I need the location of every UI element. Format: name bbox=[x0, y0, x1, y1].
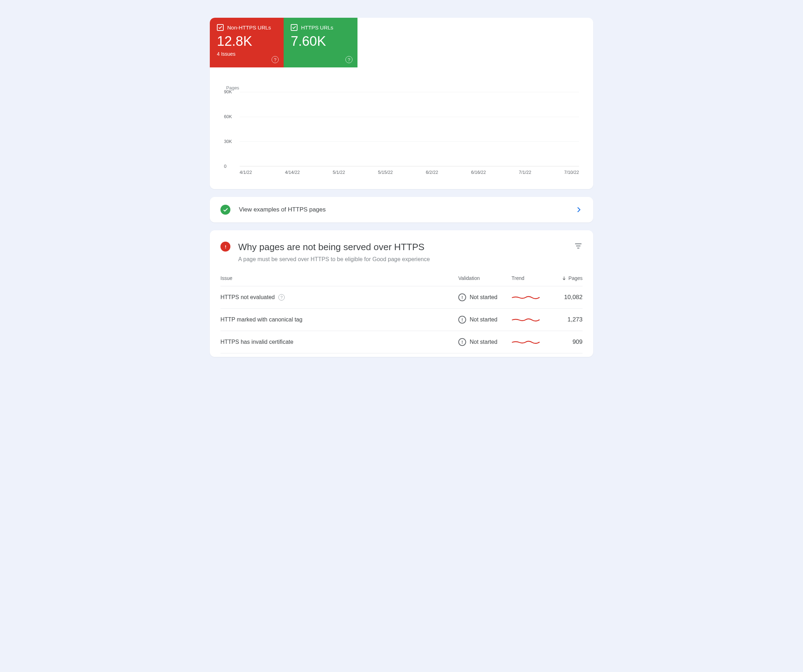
tile-non-https[interactable]: Non-HTTPS URLs 12.8K 4 Issues ? bbox=[210, 18, 284, 67]
trend-sparkline bbox=[512, 339, 540, 345]
table-row[interactable]: HTTPS has invalid certificateNot started… bbox=[221, 331, 582, 353]
x-tick-label: 7/1/22 bbox=[519, 170, 532, 175]
info-circle-icon bbox=[458, 294, 466, 301]
help-icon[interactable]: ? bbox=[271, 56, 279, 63]
view-examples-row[interactable]: View examples of HTTPS pages bbox=[210, 197, 593, 222]
col-trend[interactable]: Trend bbox=[512, 275, 551, 281]
tile-value: 7.60K bbox=[291, 34, 350, 49]
svg-rect-3 bbox=[576, 245, 580, 246]
tile-https[interactable]: HTTPS URLs 7.60K ? bbox=[284, 18, 358, 67]
issue-name: HTTP marked with canonical tag bbox=[221, 317, 302, 323]
table-row[interactable]: HTTP marked with canonical tagNot starte… bbox=[221, 309, 582, 331]
trend-sparkline bbox=[512, 294, 540, 300]
issues-title: Why pages are not being served over HTTP… bbox=[238, 242, 566, 253]
col-pages[interactable]: Pages bbox=[551, 275, 582, 281]
svg-rect-4 bbox=[577, 248, 579, 248]
validation-status: Not started bbox=[470, 317, 497, 323]
pages-count: 909 bbox=[551, 338, 582, 346]
arrow-down-icon bbox=[562, 276, 567, 281]
info-circle-icon bbox=[458, 338, 466, 346]
tile-label: HTTPS URLs bbox=[301, 24, 333, 31]
chart-y-title: Pages bbox=[226, 85, 579, 91]
table-row[interactable]: HTTPS not evaluated?Not started10,082 bbox=[221, 286, 582, 309]
svg-rect-1 bbox=[225, 245, 226, 247]
validation-status: Not started bbox=[470, 294, 497, 300]
y-tick-label: 60K bbox=[224, 114, 232, 119]
stat-tiles: Non-HTTPS URLs 12.8K 4 Issues ? HTTPS UR… bbox=[210, 18, 593, 67]
help-icon[interactable]: ? bbox=[345, 56, 353, 63]
chevron-right-icon bbox=[575, 206, 582, 214]
pages-count: 1,273 bbox=[551, 316, 582, 323]
pages-chart: Pages 030K60K90K 4/1/224/14/225/1/225/15… bbox=[210, 67, 593, 189]
overview-card: Non-HTTPS URLs 12.8K 4 Issues ? HTTPS UR… bbox=[210, 18, 593, 189]
x-tick-label: 5/1/22 bbox=[333, 170, 345, 175]
help-icon[interactable]: ? bbox=[278, 294, 285, 300]
validation-status: Not started bbox=[470, 339, 497, 345]
issues-subtitle: A page must be served over HTTPS to be e… bbox=[238, 256, 566, 263]
issues-card: Why pages are not being served over HTTP… bbox=[210, 230, 593, 357]
tile-issues: 4 Issues bbox=[217, 51, 276, 57]
tile-value: 12.8K bbox=[217, 34, 276, 49]
checkbox-icon bbox=[291, 24, 297, 31]
x-tick-label: 4/1/22 bbox=[240, 170, 252, 175]
col-issue[interactable]: Issue bbox=[221, 275, 458, 281]
x-tick-label: 5/15/22 bbox=[378, 170, 393, 175]
chart-x-axis: 4/1/224/14/225/1/225/15/226/2/226/16/227… bbox=[240, 166, 579, 175]
y-tick-label: 30K bbox=[224, 139, 232, 144]
x-tick-label: 4/14/22 bbox=[285, 170, 300, 175]
filter-icon[interactable] bbox=[574, 242, 582, 250]
x-tick-label: 6/16/22 bbox=[471, 170, 486, 175]
y-tick-label: 0 bbox=[224, 164, 226, 169]
alert-circle-icon bbox=[221, 242, 231, 252]
trend-sparkline bbox=[512, 317, 540, 323]
x-tick-label: 6/2/22 bbox=[426, 170, 438, 175]
pages-count: 10,082 bbox=[551, 294, 582, 301]
checkbox-icon bbox=[217, 24, 224, 31]
issues-table: Issue Validation Trend Pages HTTPS not e… bbox=[210, 263, 593, 357]
check-circle-icon bbox=[221, 205, 231, 215]
x-tick-label: 7/10/22 bbox=[564, 170, 579, 175]
issue-name: HTTPS has invalid certificate bbox=[221, 339, 293, 345]
y-tick-label: 90K bbox=[224, 89, 232, 94]
col-validation[interactable]: Validation bbox=[458, 275, 512, 281]
issue-name: HTTPS not evaluated bbox=[221, 294, 275, 300]
examples-label: View examples of HTTPS pages bbox=[239, 206, 575, 213]
svg-point-0 bbox=[225, 247, 226, 248]
svg-rect-2 bbox=[575, 243, 582, 244]
info-circle-icon bbox=[458, 316, 466, 324]
tile-label: Non-HTTPS URLs bbox=[227, 24, 271, 31]
